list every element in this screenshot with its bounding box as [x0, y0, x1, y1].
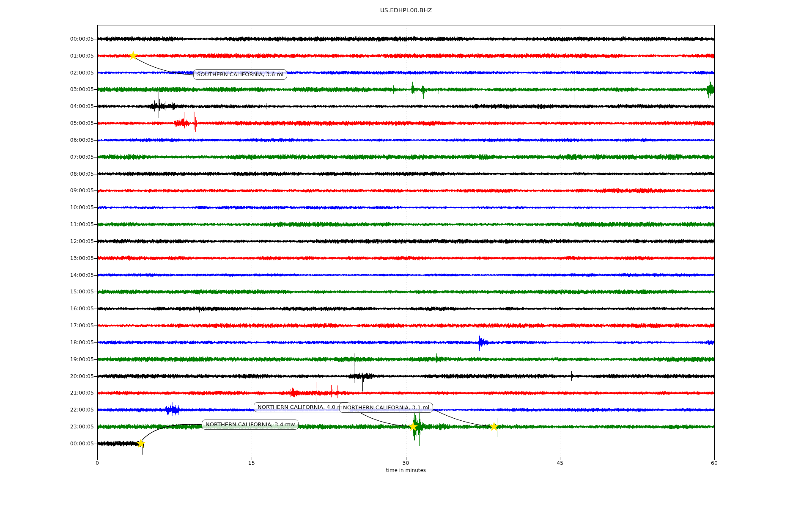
y-tick-label: 10:00:05: [42, 204, 94, 210]
y-tick-label: 21:00:05: [42, 390, 94, 396]
y-tick-label: 09:00:05: [42, 188, 94, 193]
y-tick-label: 00:00:05: [42, 441, 94, 447]
y-tick-label: 18:00:05: [42, 340, 94, 345]
y-tick-label: 00:00:05: [42, 36, 94, 42]
y-tick-label: 05:00:05: [42, 120, 94, 126]
x-tick-label: 0: [85, 460, 110, 466]
y-tick-label: 11:00:05: [42, 221, 94, 227]
y-tick-label: 04:00:05: [42, 103, 94, 109]
y-tick-label: 02:00:05: [42, 70, 94, 76]
y-tick-label: 06:00:05: [42, 137, 94, 143]
event-annotation-northern-california-4-0: NORTHERN CALIFORNIA, 4.0 mw: [254, 402, 351, 412]
event-annotation-southern-california-3-6: SOUTHERN CALIFORNIA, 3.6 ml: [193, 69, 287, 80]
y-tick-label: 01:00:05: [42, 53, 94, 59]
x-axis-title: time in minutes: [343, 467, 469, 473]
y-tick-label: 20:00:05: [42, 373, 94, 379]
x-tick-label: 60: [702, 460, 727, 466]
y-tick-label: 22:00:05: [42, 407, 94, 413]
x-tick-label: 30: [393, 460, 419, 466]
y-tick-label: 17:00:05: [42, 323, 94, 329]
y-tick-label: 19:00:05: [42, 356, 94, 362]
seismogram-canvas: [0, 0, 812, 508]
y-tick-label: 03:00:05: [42, 86, 94, 92]
y-tick-label: 08:00:05: [42, 171, 94, 177]
x-tick-label: 15: [239, 460, 264, 466]
y-tick-label: 13:00:05: [42, 255, 94, 261]
event-annotation-northern-california-3-1: NORTHERN CALIFORNIA, 3.1 ml: [339, 403, 433, 413]
seismogram-figure: US.EDHPI.00.BHZ 00:00:0501:00:0502:00:05…: [0, 0, 812, 508]
x-tick-label: 45: [547, 460, 573, 466]
y-tick-label: 16:00:05: [42, 306, 94, 312]
plot-title: US.EDHPI.00.BHZ: [321, 7, 491, 14]
y-tick-label: 14:00:05: [42, 272, 94, 278]
y-tick-label: 07:00:05: [42, 154, 94, 160]
y-tick-label: 15:00:05: [42, 289, 94, 295]
y-tick-label: 23:00:05: [42, 424, 94, 430]
event-annotation-northern-california-3-4: NORTHERN CALIFORNIA, 3.4 mw: [202, 420, 299, 430]
y-tick-label: 12:00:05: [42, 238, 94, 244]
